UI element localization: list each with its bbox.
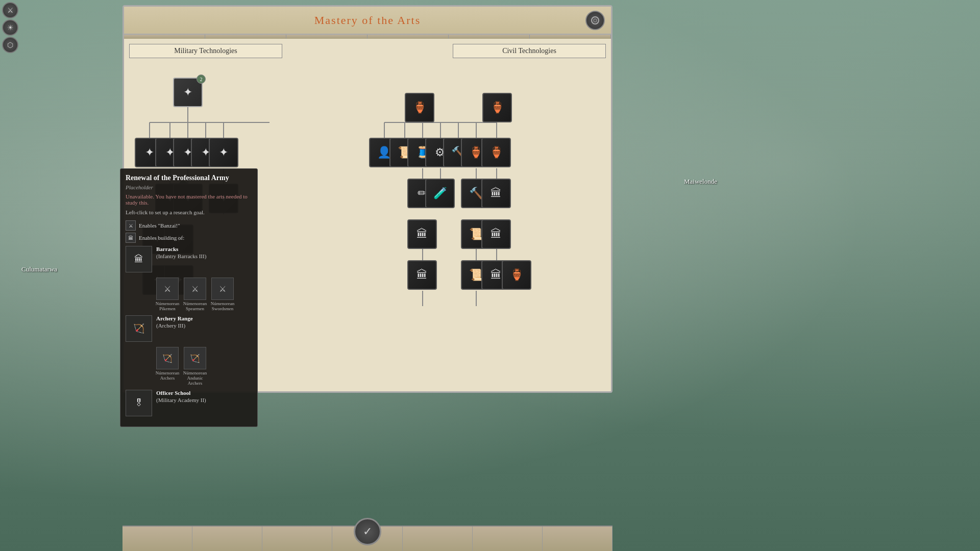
tooltip-building-barracks: 🏛 Barracks (Infantry Barracks III): [126, 246, 252, 272]
pikemen-label: Númenorean Pikemen: [155, 301, 180, 311]
node-icon: ✦: [145, 146, 154, 159]
swordsmen-label: Númenorean Swordsmen: [210, 301, 235, 311]
tech-badge-2: 2: [197, 74, 206, 84]
archery-name: Archery Range: [156, 315, 193, 321]
bottom-seg-1: [122, 527, 192, 551]
unit-spearmen: ⚔ Númenorean Spearmen: [183, 278, 207, 311]
tooltip-subtitle: Placeholder: [126, 184, 252, 190]
archery-units: 🏹 Númenorean Archers 🏹 Númenorean Anduni…: [155, 347, 252, 386]
officer-info: Officer School (Military Academy II): [156, 390, 206, 403]
panel-header: Mastery of the Arts: [124, 7, 611, 35]
node-icon: 🧪: [433, 187, 447, 200]
tech-node-civ-root-1[interactable]: 🏺: [405, 93, 434, 122]
node-icon: 👤: [377, 146, 391, 159]
bottom-bar: ✓: [122, 525, 612, 551]
enables-building-icon: 🏛: [126, 233, 136, 243]
tech-node-civ-r5-1[interactable]: 🏛: [407, 260, 437, 290]
section-headers: Military Technologies Civil Technologies: [129, 44, 606, 58]
unit-pikemen: ⚔ Númenorean Pikemen: [155, 278, 180, 311]
tab-seg-3: [286, 35, 368, 39]
tech-node-civ-r3-2[interactable]: 🧪: [425, 179, 455, 208]
node-icon: 🏛: [416, 268, 428, 282]
bottom-seg-2: [192, 527, 262, 551]
archers-label: Númenorean Archers: [155, 370, 180, 381]
svg-point-1: [594, 19, 597, 22]
node-icon: 🏺: [489, 146, 503, 159]
ring-icon: [591, 16, 600, 25]
enables-building-text: Enables building of:: [139, 235, 184, 241]
tab-seg-2: [205, 35, 286, 39]
tab-strip: [124, 35, 611, 39]
tooltip-buildings: 🏛 Barracks (Infantry Barracks III) ⚔ Núm…: [126, 246, 252, 416]
bottom-seg-7: [543, 527, 612, 551]
andunic-icon: 🏹: [184, 347, 206, 369]
bottom-seg-6: [473, 527, 543, 551]
archery-icon: 🏹: [126, 315, 152, 342]
svg-point-0: [592, 17, 599, 24]
unit-archers: 🏹 Númenorean Archers: [155, 347, 180, 386]
sidebar-icon-2[interactable]: ⬡: [2, 37, 18, 53]
tech-node-civ-r2-7[interactable]: 🏺: [481, 138, 511, 167]
barracks-sub: (Infantry Barracks III): [156, 253, 206, 259]
barracks-info: Barracks (Infantry Barracks III): [156, 246, 206, 259]
unit-swordsmen: ⚔ Númenorean Swordsmen: [210, 278, 235, 311]
archery-info: Archery Range (Archery III): [156, 315, 193, 329]
enables-unit-icon: ⚔: [126, 220, 136, 231]
officer-icon: 🎖: [126, 390, 152, 416]
node-icon: 🏛: [491, 187, 502, 200]
tooltip-popup: Renewal of the Professional Army Placeho…: [120, 168, 258, 427]
mil-root-icon: ✦: [183, 86, 192, 99]
archers-icon: 🏹: [156, 347, 179, 369]
node-icon: 🏺: [469, 146, 483, 159]
tooltip-title: Renewal of the Professional Army: [126, 174, 252, 182]
confirm-button[interactable]: ✓: [354, 518, 381, 545]
spearmen-icon: ⚔: [184, 278, 206, 300]
civil-tab[interactable]: Civil Technologies: [453, 44, 606, 58]
military-tab[interactable]: Military Technologies: [129, 44, 282, 58]
barracks-units: ⚔ Númenorean Pikemen ⚔ Númenorean Spearm…: [155, 278, 252, 311]
tooltip-left-click: Left-click to set up a research goal.: [126, 209, 252, 216]
tab-seg-6: [530, 35, 611, 39]
pikemen-icon: ⚔: [156, 278, 179, 300]
node-icon: 🏺: [491, 101, 504, 114]
tech-node-civ-r3-4[interactable]: 🏛: [481, 179, 511, 208]
tech-node-civ-r4-3[interactable]: 🏛: [481, 219, 511, 249]
officer-name: Officer School: [156, 390, 206, 396]
swordsmen-icon: ⚔: [211, 278, 234, 300]
sidebar-icon-1[interactable]: ☀: [2, 19, 18, 36]
node-icon: 📜: [469, 268, 483, 282]
tech-node-mil-root[interactable]: ✦ 2: [173, 78, 203, 107]
sidebar: ⚔ ☀ ⬡: [0, 0, 20, 55]
tech-node-civ-r4-1[interactable]: 🏛: [407, 219, 437, 249]
enables-unit-text: Enables "Banzai!": [139, 222, 180, 229]
bottom-seg-5: [403, 527, 473, 551]
close-button[interactable]: [585, 11, 605, 30]
barracks-icon: 🏛: [126, 246, 152, 272]
andunic-label: Númenorean Andunic Archers: [183, 370, 207, 386]
node-icon: 🔨: [469, 187, 483, 200]
tech-node-mil-r2-5[interactable]: ✦: [209, 138, 238, 167]
node-icon: 🏺: [510, 268, 524, 282]
tooltip-unavailable: Unavailable. You have not mastered the a…: [126, 193, 252, 206]
spearmen-label: Númenorean Spearmen: [183, 301, 207, 311]
barracks-name: Barracks: [156, 246, 206, 252]
tooltip-enables-building-header: 🏛 Enables building of:: [126, 233, 252, 243]
node-icon: 🏛: [491, 268, 502, 282]
bottom-seg-3: [262, 527, 332, 551]
tab-seg-1: [124, 35, 205, 39]
tab-seg-4: [368, 35, 449, 39]
archery-sub: (Archery III): [156, 322, 193, 329]
tech-node-civ-root-2[interactable]: 🏺: [482, 93, 512, 122]
sidebar-icon-0[interactable]: ⚔: [2, 2, 18, 18]
node-icon: 🏛: [491, 228, 502, 241]
node-icon: ✦: [219, 146, 228, 159]
officer-sub: (Military Academy II): [156, 397, 206, 403]
tab-seg-5: [449, 35, 530, 39]
unit-andunic-archers: 🏹 Númenorean Andunic Archers: [183, 347, 207, 386]
tooltip-building-officer: 🎖 Officer School (Military Academy II): [126, 390, 252, 416]
tooltip-building-archery: 🏹 Archery Range (Archery III): [126, 315, 252, 342]
panel-title: Mastery of the Arts: [314, 14, 421, 27]
tooltip-enables-unit: ⚔ Enables "Banzai!": [126, 220, 252, 231]
node-icon: 🏛: [416, 228, 428, 241]
tech-node-civ-r5-4[interactable]: 🏺: [502, 260, 531, 290]
